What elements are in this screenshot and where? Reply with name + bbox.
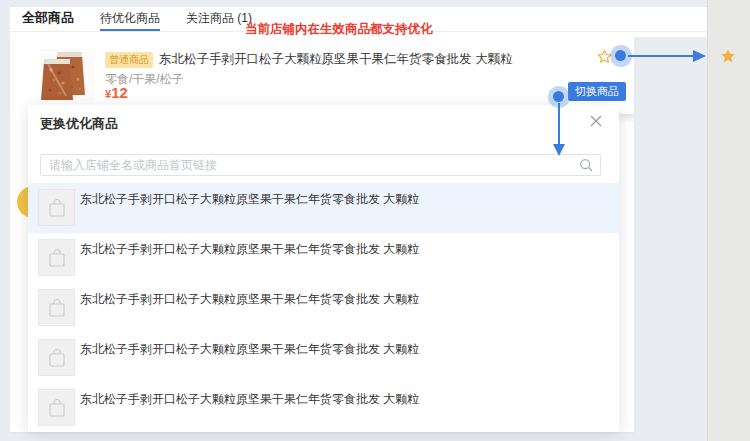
product-title: 东北松子手剥开口松子大颗粒原坚果干果仁年货零食批发 大颗粒 [159,51,512,68]
change-product-modal: 更换优化商品 东北松子手剥开口松子大颗粒原坚果干果仁年货零食批发 大颗粒 [28,105,619,432]
list-item[interactable]: 东北松子手剥开口松子大颗粒原坚果干果仁年货零食批发 大颗粒 [28,283,619,333]
list-item-title: 东北松子手剥开口松子大颗粒原坚果干果仁年货零食批发 大颗粒 [80,341,419,358]
search-icon[interactable] [579,158,593,172]
modal-title: 更换优化商品 [40,115,118,133]
price-value: 12 [111,84,128,101]
list-item-title: 东北松子手剥开口松子大颗粒原坚果干果仁年货零食批发 大颗粒 [80,391,419,408]
product-price: ¥12 [105,84,128,102]
annotation-text: 当前店铺内在生效商品都支持优化 [245,21,433,38]
search-bar [40,154,601,176]
switch-product-button[interactable]: 切换商品 [568,82,626,101]
list-item-title: 东北松子手剥开口松子大颗粒原坚果干果仁年货零食批发 大颗粒 [80,191,419,208]
product-type-badge: 普通商品 [105,52,153,68]
tab-to-optimize[interactable]: 待优化商品 [100,7,160,31]
bag-icon [48,198,66,218]
list-item[interactable]: 东北松子手剥开口松子大颗粒原坚果干果仁年货零食批发 大颗粒 [28,333,619,383]
product-image [40,49,95,101]
product-thumbnail-placeholder [38,189,75,226]
product-thumbnail-placeholder [38,339,75,376]
arrow-down-icon [551,103,567,157]
bag-icon [48,248,66,268]
list-item[interactable]: 东北松子手剥开口松子大颗粒原坚果干果仁年货零食批发 大颗粒 [28,183,619,233]
card-edge-shadow [619,114,634,123]
product-thumbnail-placeholder [38,239,75,276]
list-item-title: 东北松子手剥开口松子大颗粒原坚果干果仁年货零食批发 大颗粒 [80,291,419,308]
search-input[interactable] [40,154,601,176]
right-dock-panel [707,0,750,441]
dock-star-icon[interactable] [720,48,736,64]
tab-all-products[interactable]: 全部商品 [22,7,74,31]
click-indicator-dot [553,91,564,102]
tab-followed[interactable]: 关注商品 (1) [186,7,252,31]
front-bag [41,59,73,100]
close-icon[interactable] [588,113,604,129]
list-item[interactable]: 东北松子手剥开口松子大颗粒原坚果干果仁年货零食批发 大颗粒 [28,233,619,283]
list-item-title: 东北松子手剥开口松子大颗粒原坚果干果仁年货零食批发 大颗粒 [80,241,419,258]
product-thumbnail-placeholder [38,389,75,426]
arrow-right-icon [626,48,708,64]
bag-icon [48,348,66,368]
list-item[interactable]: 东北松子手剥开口松子大颗粒原坚果干果仁年货零食批发 大颗粒 [28,383,619,432]
page-root: 全部商品 待优化商品 关注商品 (1) 当前店铺内在生效商品都支持优化 普通商品… [0,0,750,441]
bag-icon [48,298,66,318]
product-thumbnail-placeholder [38,289,75,326]
click-indicator-dot [615,50,626,61]
bag-icon [48,398,66,418]
